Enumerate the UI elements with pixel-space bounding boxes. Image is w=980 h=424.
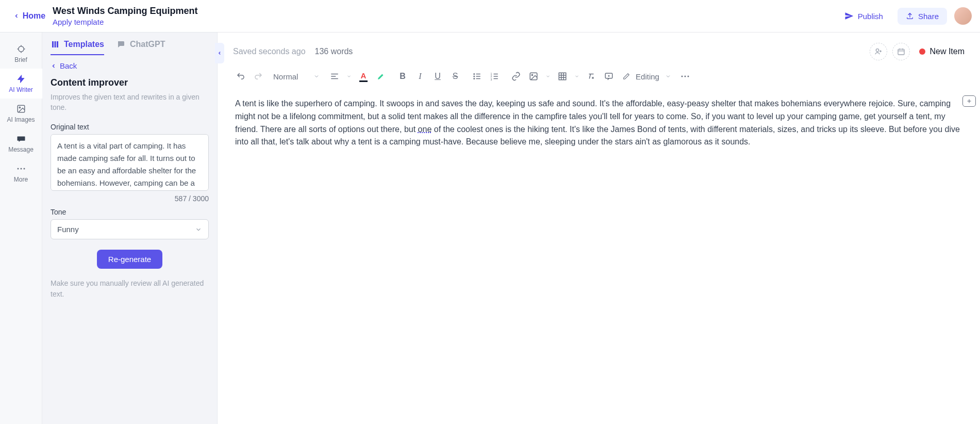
- tone-value: Funny: [57, 225, 79, 234]
- publish-button[interactable]: Publish: [837, 7, 890, 25]
- numbered-list-button[interactable]: 123: [487, 69, 502, 84]
- undo-button[interactable]: [233, 69, 248, 84]
- word-count: 136 words: [315, 47, 353, 56]
- status-dot-icon: [919, 48, 925, 55]
- svg-point-7: [19, 107, 20, 108]
- side-panel: Templates ChatGPT Back Content improver …: [42, 32, 218, 424]
- top-actions: Publish Share: [837, 7, 972, 25]
- document-body[interactable]: A tent is like the superhero of camping.…: [218, 91, 980, 155]
- chat-icon: [117, 40, 126, 49]
- panel-tabs: Templates ChatGPT: [42, 32, 217, 55]
- tab-templates-label: Templates: [64, 40, 104, 49]
- mode-select[interactable]: Editing: [619, 70, 675, 83]
- nav-rail: Brief AI Writer AI Images Message More: [0, 32, 42, 424]
- regenerate-button[interactable]: Re-generate: [97, 250, 162, 269]
- svg-point-11: [876, 49, 879, 52]
- apply-template-link[interactable]: Apply template: [53, 18, 198, 26]
- send-icon: [844, 11, 854, 21]
- format-value: Normal: [273, 72, 298, 81]
- panel-description: Improves the given text and rewrites in …: [51, 92, 209, 112]
- tab-chatgpt-label: ChatGPT: [130, 40, 165, 49]
- text-color-button[interactable]: A: [356, 69, 371, 84]
- editor-pane: Saved seconds ago 136 words New Item Nor…: [218, 32, 980, 424]
- chevron-left-icon: [13, 13, 20, 19]
- home-button[interactable]: Home: [8, 11, 51, 21]
- original-text-input[interactable]: [51, 134, 209, 191]
- message-icon: [16, 134, 26, 144]
- page-title: West Winds Camping Equipment: [53, 6, 198, 17]
- clear-format-button[interactable]: [584, 69, 599, 84]
- editor-toolbar: Normal A B I U S 123: [218, 66, 980, 91]
- svg-point-22: [474, 76, 475, 77]
- rail-message-label: Message: [8, 146, 34, 153]
- char-count: 587 / 3000: [51, 194, 209, 203]
- image-insert-button[interactable]: [526, 69, 541, 84]
- editor-status-bar: Saved seconds ago 136 words New Item: [218, 32, 980, 66]
- comment-button[interactable]: [601, 69, 617, 84]
- share-button[interactable]: Share: [898, 8, 947, 25]
- svg-point-21: [474, 74, 475, 75]
- svg-point-9: [20, 168, 22, 170]
- review-note: Make sure you manually review all AI gen…: [51, 278, 209, 300]
- item-status[interactable]: New Item: [919, 47, 965, 56]
- svg-rect-14: [898, 49, 904, 55]
- tab-templates[interactable]: Templates: [51, 40, 104, 55]
- svg-point-46: [688, 76, 689, 77]
- svg-point-10: [23, 168, 25, 170]
- rail-item-more[interactable]: More: [0, 158, 42, 188]
- rail-ai-images-label: AI Images: [7, 116, 35, 123]
- table-button[interactable]: [555, 69, 570, 84]
- rail-item-ai-writer[interactable]: AI Writer: [0, 69, 42, 99]
- italic-button[interactable]: I: [412, 69, 428, 84]
- chevron-down-icon: [195, 226, 202, 233]
- svg-point-45: [685, 76, 686, 77]
- rail-ai-writer-label: AI Writer: [9, 86, 32, 93]
- align-dropdown[interactable]: [344, 69, 354, 84]
- add-collaborator-button[interactable]: [870, 43, 887, 60]
- block-format-select[interactable]: Normal: [268, 70, 325, 83]
- svg-point-34: [531, 74, 533, 75]
- rail-brief-label: Brief: [14, 56, 27, 63]
- tab-chatgpt[interactable]: ChatGPT: [117, 40, 165, 55]
- redo-button[interactable]: [251, 69, 266, 84]
- templates-icon: [51, 40, 60, 49]
- collapse-panel-button[interactable]: [215, 43, 224, 63]
- bold-button[interactable]: B: [395, 69, 410, 84]
- align-button[interactable]: [327, 69, 342, 84]
- strikethrough-button[interactable]: S: [447, 69, 463, 84]
- more-icon: [16, 164, 26, 174]
- highlight-button[interactable]: [373, 69, 389, 84]
- table-dropdown[interactable]: [572, 69, 582, 84]
- back-label: Back: [60, 61, 77, 70]
- svg-point-8: [17, 168, 19, 170]
- image-dropdown[interactable]: [543, 69, 553, 84]
- title-block: West Winds Camping Equipment Apply templ…: [53, 6, 198, 26]
- rail-item-ai-images[interactable]: AI Images: [0, 99, 42, 128]
- publish-label: Publish: [858, 12, 883, 21]
- svg-text:3: 3: [491, 78, 492, 81]
- share-label: Share: [918, 12, 939, 21]
- original-text-label: Original text: [51, 123, 209, 131]
- save-status: Saved seconds ago: [233, 47, 306, 56]
- bullet-list-button[interactable]: [469, 69, 485, 84]
- tone-select[interactable]: Funny: [51, 219, 209, 239]
- doc-text-underlined: one: [418, 125, 432, 134]
- avatar[interactable]: [954, 7, 972, 25]
- add-date-button[interactable]: [892, 43, 910, 60]
- svg-point-44: [682, 76, 683, 77]
- link-button[interactable]: [508, 69, 524, 84]
- svg-point-1: [18, 46, 24, 52]
- back-link[interactable]: Back: [51, 61, 209, 70]
- rail-item-brief[interactable]: Brief: [0, 39, 42, 69]
- topbar: Home West Winds Camping Equipment Apply …: [0, 0, 980, 32]
- rail-more-label: More: [14, 176, 28, 183]
- add-comment-bubble[interactable]: [962, 95, 976, 107]
- bolt-icon: [16, 74, 26, 84]
- svg-point-23: [474, 78, 475, 79]
- underline-button[interactable]: U: [430, 69, 445, 84]
- upload-icon: [906, 12, 914, 20]
- home-label: Home: [23, 11, 45, 21]
- rail-item-message[interactable]: Message: [0, 128, 42, 158]
- more-toolbar-button[interactable]: [677, 69, 693, 84]
- tone-label: Tone: [51, 208, 209, 216]
